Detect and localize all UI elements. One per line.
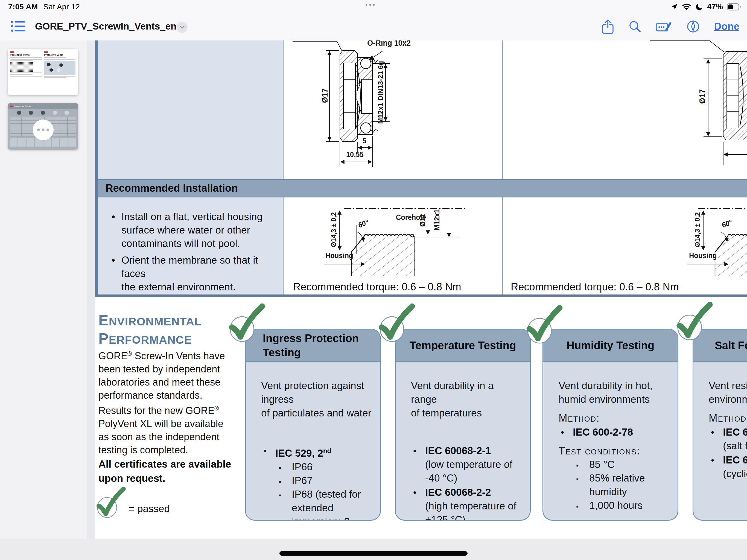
card-line: •IEC 600-2-78 [559, 426, 669, 439]
card-line: (salt fog) [709, 439, 747, 453]
share-button[interactable] [601, 19, 614, 34]
thumb2-header: Protective Vents [8, 103, 78, 109]
location-arrow-icon [671, 3, 678, 10]
pencil-tool-button[interactable] [686, 20, 700, 33]
card-line: Test conditions: [559, 444, 669, 458]
moon-icon [695, 3, 703, 11]
thumb1-right-page: Protective Vents [44, 51, 75, 93]
text-line: All certificates are available [98, 457, 231, 472]
card-line: Methods: [709, 411, 747, 425]
test-card-1: Ingress ProtectionTestingVent protection… [245, 329, 381, 520]
certificates-note: All certificates are availableupon reque… [98, 457, 231, 486]
page-thumbnail-1[interactable]: Protective Vents Protective Vents [8, 49, 78, 95]
status-time-date: 7:05 AMSat Apr 12 [8, 2, 80, 11]
text-line: testing is completed. [98, 443, 225, 457]
card-line: environment [709, 393, 747, 406]
card-line: ▪IP68 (tested for extended [261, 487, 372, 515]
test-card-2: Temperature TestingVent durability in a … [395, 329, 531, 520]
logo-mark [44, 51, 48, 53]
card-line: Method: [559, 411, 669, 425]
card-line: ▪85 °C [559, 458, 669, 472]
card-line: (cyclic salt [709, 467, 747, 481]
technical-drawings [95, 41, 747, 297]
card-body: Vent protection against ingressof partic… [246, 362, 380, 520]
card-body: Vent durability in hot,humid environment… [543, 362, 677, 512]
title-menu-button[interactable] [177, 22, 187, 33]
card-passed-checkmark-icon [228, 304, 266, 345]
card-passed-checkmark-icon [378, 304, 416, 345]
text-line: laboratories and meet these [98, 376, 225, 389]
card-line: •IEC 60068- [709, 453, 747, 467]
drawing-label-dim1055: 10,55 [346, 150, 364, 159]
text-line: upon request. [98, 472, 231, 486]
pdf-page: Recommended Installation •Install on a f… [95, 41, 747, 539]
product-photo-panel [44, 61, 75, 75]
card-line: (low temperature of -40 °C) [411, 458, 522, 485]
drawing-label-dim5: 5 [363, 137, 366, 145]
text-line: GORE® Screw-In Vents have [98, 347, 225, 362]
status-time: 7:05 AM [8, 2, 38, 11]
markup-button[interactable] [656, 20, 672, 33]
navigation-bar: GORE_PTV_ScrewIn_Vents_en [0, 13, 747, 41]
thumb2-products-row [8, 109, 78, 116]
chevron-down-icon [180, 26, 185, 29]
section-paragraph: GORE® Screw-In Vents havebeen tested by … [98, 347, 225, 457]
housing1-label-thread: M12x1 [433, 209, 441, 230]
card-line: ▪1,000 hours [559, 499, 669, 512]
qr-block [10, 62, 33, 72]
section-heading: Environmental Performance [98, 312, 202, 348]
bottom-strip [0, 539, 747, 560]
card-line: ▪85% relative humidity [559, 472, 669, 499]
card-body: Vent durability in a rangeof temperature… [396, 362, 530, 520]
housing1-label-dia: Ø14,3 ± 0,2 [330, 212, 338, 247]
page-thumbnail-2-current[interactable]: Protective Vents [8, 103, 78, 150]
passed-checkmark-icon [96, 487, 128, 522]
card-line: •IEC 529, 2nd [261, 444, 372, 460]
passed-legend: = passed [129, 503, 170, 515]
card-line: Vent resistan [709, 379, 747, 393]
battery-icon [727, 3, 742, 11]
battery-percent: 47% [707, 2, 723, 11]
card-body: Vent resistanenvironmentMethods:•IEC 600… [693, 362, 747, 481]
card-line: of temperatures [411, 406, 522, 420]
nav-actions: Done [601, 18, 740, 35]
drawing-label-dia17: Ø17 [320, 88, 330, 103]
search-button[interactable] [628, 20, 641, 33]
drawing-label-oring: O-Ring 10x2 [367, 41, 411, 48]
drawing2-label-dia17: Ø17 [697, 89, 707, 104]
card-line: Vent durability in hot, [559, 379, 669, 393]
housing2-label-dia: Ø14,3 ± 0,2 [693, 212, 702, 247]
document-title: GORE_PTV_ScrewIn_Vents_en [35, 21, 176, 32]
done-button[interactable]: Done [714, 21, 740, 32]
housing1-label-housing: Housing [325, 252, 353, 260]
card-line [411, 420, 522, 443]
card-line: •IEC 60068-2-1 [411, 444, 522, 458]
home-indicator[interactable] [279, 551, 468, 556]
thumbnails-sidebar-button[interactable] [11, 20, 26, 33]
text-line: Results for the new GORE® [98, 402, 225, 417]
thumb1-left-page: Protective Vents [10, 51, 42, 93]
wifi-icon [682, 3, 691, 10]
card-passed-checkmark-icon [525, 305, 564, 346]
housing1-label-dia11: Ø11 [419, 214, 427, 227]
text-line: performance standards. [98, 389, 225, 402]
status-right-cluster: 47% [671, 2, 742, 11]
card-line: humid environments [559, 393, 669, 406]
test-card-3: Humidity TestingVent durability in hot,h… [542, 329, 678, 520]
card-line [261, 420, 372, 443]
test-card-4: Salt FogVent resistanenvironmentMethods:… [693, 329, 747, 520]
card-line: ▪IP66 [261, 460, 372, 474]
page-loading-indicator [33, 120, 54, 140]
status-activity-dots-icon: ••• [365, 1, 376, 9]
logo-mark [10, 51, 14, 53]
thumbnails-sidebar: Protective Vents Protective Vents Protec… [0, 41, 87, 560]
card-line: •IEC 60068-2-2 [411, 486, 522, 499]
pdf-viewer[interactable]: Recommended Installation •Install on a f… [87, 41, 747, 539]
card-line: ▪IP67 [261, 474, 372, 487]
status-date: Sat Apr 12 [43, 2, 80, 11]
housing2-label-housing: Housing [689, 252, 717, 260]
text-line: PolyVent XL will be available [98, 417, 225, 430]
top-chrome: 7:05 AMSat Apr 12 ••• 47% [0, 0, 747, 41]
card-line: Vent protection against ingress [261, 379, 372, 406]
card-line: of particulates and water [261, 406, 372, 420]
